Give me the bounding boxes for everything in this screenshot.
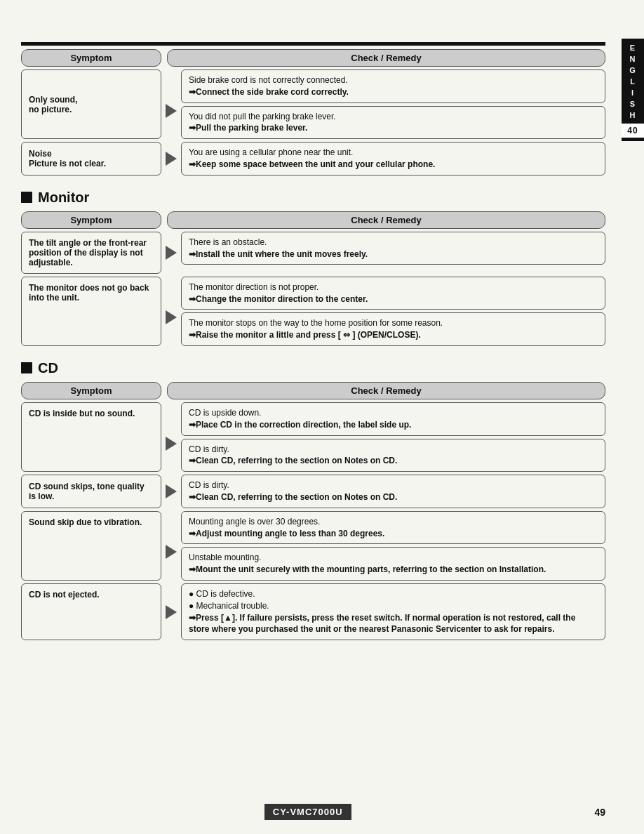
symptom-cell-only-sound: Only sound,no picture. (21, 70, 161, 139)
remedy-cell: The monitor stops on the way to the home… (181, 312, 605, 346)
side-page-number: 40 (622, 124, 644, 138)
table-row: The tilt angle or the front-rear positio… (21, 232, 605, 274)
remedy-cell: The monitor direction is not proper. ➡Ch… (181, 277, 605, 310)
table-row: NoisePicture is not clear. You are using… (21, 142, 605, 176)
arrow-col (161, 277, 181, 346)
top-bar (21, 42, 605, 46)
monitor-section-title: Monitor (21, 190, 605, 206)
cd-table-header: Symptom Check / Remedy (21, 382, 605, 399)
monitor-table-header: Symptom Check / Remedy (21, 211, 605, 229)
top-symptom-header: Symptom (21, 49, 161, 67)
cd-remedy-header: Check / Remedy (167, 382, 605, 399)
side-letter-l: L (630, 76, 636, 87)
cd-section-title: CD (21, 360, 605, 376)
top-section-table: Symptom Check / Remedy Only sound,no pic… (21, 49, 605, 178)
table-row: Sound skip due to vibration. Mounting an… (21, 511, 605, 581)
remedy-cell: There is an obstacle. ➡Install the unit … (181, 232, 605, 265)
remedy-col: CD is upside down. ➡Place CD in the corr… (181, 402, 605, 472)
side-letter-g: G (629, 65, 636, 76)
section-title-square-icon-cd (21, 362, 32, 373)
side-letter-h: H (630, 110, 636, 121)
arrow-icon (166, 545, 177, 559)
arrow-icon (166, 605, 177, 619)
side-letter-i: I (631, 87, 634, 98)
remedy-col: Side brake cord is not correctly connect… (181, 70, 605, 139)
model-label: CY-VMC7000U (264, 804, 351, 820)
monitor-remedy-header: Check / Remedy (167, 211, 605, 229)
arrow-icon (166, 246, 177, 260)
arrow-col (161, 232, 181, 274)
remedy-col: The monitor direction is not proper. ➡Ch… (181, 277, 605, 346)
cd-table-body: CD is inside but no sound. CD is upside … (21, 402, 605, 643)
page: E N G L I S H 40 Symptom Check / Remedy … (0, 0, 644, 834)
remedy-col: You are using a cellular phone near the … (181, 142, 605, 176)
side-letter-s: S (630, 98, 636, 110)
remedy-col: CD is dirty. ➡Clean CD, referring to the… (181, 475, 605, 508)
arrow-icon (166, 484, 177, 498)
symptom-cell-monitor-back: The monitor does not go back into the un… (21, 277, 161, 346)
symptom-cell-tilt: The tilt angle or the front-rear positio… (21, 232, 161, 274)
symptom-cell-cd-not-ejected: CD is not ejected. (21, 583, 161, 640)
remedy-cell: Side brake cord is not correctly connect… (181, 70, 605, 103)
top-table-body: Only sound,no picture. Side brake cord i… (21, 70, 605, 178)
arrow-icon (166, 437, 177, 451)
arrow-col (161, 70, 181, 139)
top-table-header: Symptom Check / Remedy (21, 49, 605, 67)
section-title-square-icon (21, 192, 32, 203)
remedy-cell: You are using a cellular phone near the … (181, 142, 605, 176)
remedy-cell: Unstable mounting. ➡Mount the unit secur… (181, 547, 605, 581)
arrow-col (161, 511, 181, 581)
remedy-col: There is an obstacle. ➡Install the unit … (181, 232, 605, 274)
remedy-cell: CD is dirty. ➡Clean CD, referring to the… (181, 475, 605, 508)
remedy-col: ● CD is defective. ● Mechanical trouble.… (181, 583, 605, 640)
table-row: The monitor does not go back into the un… (21, 277, 605, 346)
page-number: 49 (594, 807, 605, 818)
symptom-cell-cd-skips: CD sound skips, tone quality is low. (21, 475, 161, 508)
remedy-col: Mounting angle is over 30 degrees. ➡Adju… (181, 511, 605, 581)
arrow-col (161, 402, 181, 472)
monitor-table: Symptom Check / Remedy The tilt angle or… (21, 211, 605, 349)
table-row: CD is not ejected. ● CD is defective. ● … (21, 583, 605, 640)
symptom-cell-noise: NoisePicture is not clear. (21, 142, 161, 176)
cd-title-text: CD (38, 360, 58, 376)
arrow-col (161, 475, 181, 508)
table-row: CD is inside but no sound. CD is upside … (21, 402, 605, 472)
arrow-icon (166, 152, 177, 166)
arrow-col (161, 142, 181, 176)
side-letter-e: E (630, 42, 636, 53)
remedy-cell: Mounting angle is over 30 degrees. ➡Adju… (181, 511, 605, 545)
monitor-table-body: The tilt angle or the front-rear positio… (21, 232, 605, 349)
symptom-cell-sound-skip-vibration: Sound skip due to vibration. (21, 511, 161, 581)
cd-table: Symptom Check / Remedy CD is inside but … (21, 382, 605, 643)
monitor-title-text: Monitor (38, 190, 89, 206)
monitor-symptom-header: Symptom (21, 211, 161, 229)
remedy-cell: ● CD is defective. ● Mechanical trouble.… (181, 583, 605, 640)
bottom-bar: CY-VMC7000U 49 (21, 804, 605, 820)
cd-symptom-header: Symptom (21, 382, 161, 399)
arrow-icon (166, 310, 177, 324)
symptom-cell-cd-no-sound: CD is inside but no sound. (21, 402, 161, 472)
remedy-cell: CD is dirty. ➡Clean CD, referring to the… (181, 439, 605, 472)
table-row: Only sound,no picture. Side brake cord i… (21, 70, 605, 139)
remedy-cell: CD is upside down. ➡Place CD in the corr… (181, 402, 605, 436)
top-remedy-header: Check / Remedy (167, 49, 605, 67)
side-letter-n: N (630, 53, 636, 65)
table-row: CD sound skips, tone quality is low. CD … (21, 475, 605, 508)
arrow-icon (166, 104, 177, 118)
side-tab: E N G L I S H 40 (622, 39, 644, 141)
main-content: Symptom Check / Remedy Only sound,no pic… (21, 49, 605, 792)
arrow-col (161, 583, 181, 640)
remedy-cell: You did not pull the parking brake lever… (181, 106, 605, 140)
